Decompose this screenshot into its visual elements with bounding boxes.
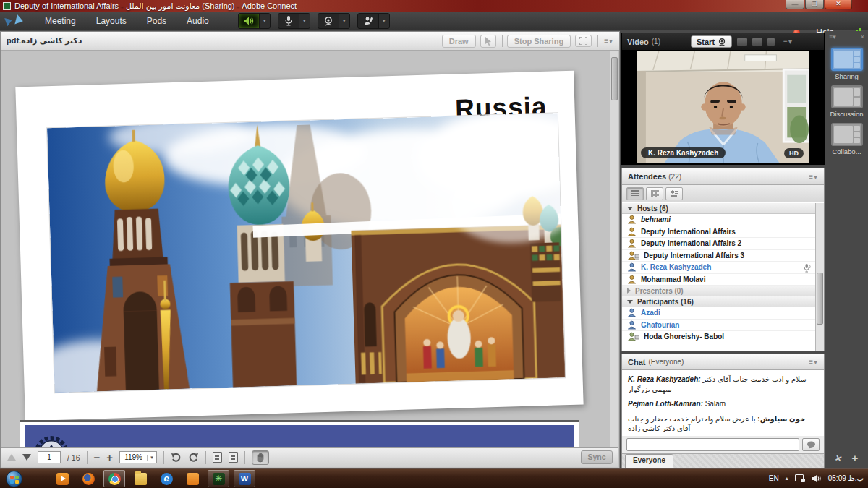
share-scrollbar[interactable] [610, 51, 618, 447]
filmstrip-view-icon[interactable] [752, 38, 762, 46]
hd-badge: HD [784, 148, 804, 158]
menu-meeting[interactable]: Meeting [35, 12, 86, 30]
clock[interactable]: ب.ظ 05:09 [828, 474, 864, 482]
attendee-row[interactable]: Mohammad Molavi [622, 274, 815, 286]
pdf-toolbar: / 16 − + 119%▾ Sync [1, 447, 618, 467]
previous-page-button[interactable] [7, 454, 16, 461]
speaker-icon[interactable] [239, 14, 259, 28]
zoom-out-button[interactable]: − [94, 453, 101, 463]
fullscreen-button[interactable] [575, 35, 592, 47]
video-fullscreen-icon[interactable] [767, 38, 775, 46]
language-indicator[interactable]: EN [769, 474, 779, 482]
host-icon [627, 227, 637, 236]
taskbar-office-icon[interactable] [182, 470, 203, 487]
windows-taskbar: e ✳ W [0, 468, 868, 488]
pointer-button[interactable] [480, 35, 496, 48]
hosts-section-header[interactable]: Hosts (6) [622, 203, 815, 214]
participant-icon [627, 320, 637, 330]
rotate-left-icon[interactable] [171, 453, 182, 463]
taskbar-firefox-icon[interactable] [77, 470, 99, 487]
host-sharing-icon [627, 251, 639, 260]
chat-pod-menu-icon[interactable]: ≡▾ [809, 358, 818, 366]
attendee-row[interactable]: Deputy International Affairs 3 [622, 250, 815, 262]
webcam-icon[interactable] [318, 14, 339, 28]
next-page-button[interactable] [22, 454, 31, 461]
chat-message: خون سياوش: با عرض سلام واحترام خدمت حضار… [628, 414, 818, 434]
draw-button[interactable]: Draw [442, 35, 476, 48]
layouts-close-icon[interactable]: × [861, 33, 864, 40]
zoom-level-select[interactable]: 119%▾ [119, 451, 157, 463]
maximize-button[interactable]: ❐ [805, 0, 824, 9]
taskbar-chrome-icon[interactable] [103, 470, 125, 487]
webcam-dropdown[interactable]: ▾ [339, 14, 349, 28]
speaker-dropdown[interactable]: ▾ [259, 14, 270, 28]
share-pod-menu-icon[interactable]: ≡▾ [604, 37, 613, 45]
microphone-dropdown[interactable]: ▾ [299, 14, 310, 28]
attendee-row[interactable]: Hoda Ghoreishy- Babol [622, 331, 815, 343]
page-number-input[interactable] [38, 451, 61, 463]
taskbar-ie-icon[interactable]: e [156, 470, 177, 487]
window-title: Deputy of International Affairs - معاونت… [14, 1, 297, 11]
close-button[interactable]: ✕ [825, 0, 852, 9]
menu-layouts[interactable]: Layouts [86, 12, 137, 30]
minimize-button[interactable]: — [786, 0, 804, 9]
raise-hand-icon[interactable] [358, 14, 378, 28]
layout-discussion[interactable] [831, 85, 863, 108]
attendee-list-view-button[interactable] [626, 187, 644, 200]
attendee-status-view-button[interactable] [665, 187, 683, 200]
menu-pods[interactable]: Pods [137, 12, 176, 30]
app-icon [3, 2, 11, 10]
menu-audio[interactable]: Audio [176, 12, 219, 30]
start-webcam-button[interactable]: Start [691, 35, 732, 48]
stop-sharing-button[interactable]: Stop Sharing [507, 35, 571, 48]
attendee-row[interactable]: Deputy International Affairs 2 [622, 238, 815, 250]
taskbar-explorer-icon[interactable] [129, 470, 151, 487]
attendee-row[interactable]: Deputy International Affairs [622, 226, 815, 239]
taskbar-adobe-connect-icon[interactable]: ✳ [208, 470, 229, 487]
attendee-grid-view-button[interactable] [646, 187, 663, 200]
status-control: ▾ [357, 13, 390, 29]
rotate-right-icon[interactable] [188, 453, 199, 463]
attendees-pod-menu-icon[interactable]: ≡▾ [809, 173, 818, 181]
pan-tool-button[interactable] [252, 450, 269, 465]
layout-collaboration[interactable] [831, 123, 863, 146]
chat-tab-everyone[interactable]: Everyone [625, 454, 673, 468]
page-total-label: / 16 [67, 453, 80, 462]
attendee-row[interactable]: Azadi [622, 307, 815, 320]
video-feed: K. Reza Kashyzadeh HD [622, 50, 824, 164]
layouts-menu-icon[interactable]: ≡▾ [829, 33, 836, 40]
attendee-row[interactable]: K. Reza Kashyzadeh [622, 262, 815, 274]
attendee-row[interactable]: Ghafourian [622, 320, 815, 332]
presenters-section-header[interactable]: Presenters (0) [622, 286, 815, 296]
network-icon[interactable] [795, 474, 805, 482]
tray-expand-icon[interactable]: ▴ [786, 475, 788, 481]
status-dropdown[interactable]: ▾ [378, 14, 389, 28]
attendee-row[interactable]: behnami [622, 214, 815, 226]
participant-icon [627, 308, 637, 317]
video-pod-menu-icon[interactable]: ≡▾ [783, 38, 793, 46]
webcam-icon [718, 38, 726, 46]
host-icon [627, 262, 637, 272]
add-layout-icon[interactable]: + [851, 452, 858, 464]
attendees-scrollbar[interactable] [815, 203, 824, 351]
send-message-button[interactable] [802, 438, 820, 451]
sync-button[interactable]: Sync [581, 450, 613, 464]
share-pod: دكتر كاشى زاده.pdf Draw Stop Sharing ≡▾ … [0, 31, 620, 468]
taskbar-word-icon[interactable]: W [234, 470, 255, 487]
microphone-icon[interactable] [278, 14, 299, 28]
layout-sharing[interactable] [831, 48, 863, 71]
fit-page-button[interactable] [229, 452, 238, 463]
zoom-in-button[interactable]: + [106, 453, 113, 463]
chat-input[interactable] [626, 438, 799, 451]
volume-icon[interactable] [812, 474, 822, 483]
taskbar-media-player-icon[interactable] [51, 470, 73, 487]
participant-device-icon [627, 332, 639, 341]
participants-section-header[interactable]: Participants (16) [622, 296, 815, 307]
layout-options-icon[interactable]: × [834, 451, 843, 465]
attendees-count: (22) [668, 173, 681, 181]
layout-collaboration-label: Collabo... [825, 147, 868, 155]
slide2-blue-band [25, 425, 574, 447]
start-button[interactable] [6, 471, 22, 487]
fit-width-button[interactable] [213, 452, 222, 463]
grid-view-icon[interactable] [737, 38, 747, 46]
